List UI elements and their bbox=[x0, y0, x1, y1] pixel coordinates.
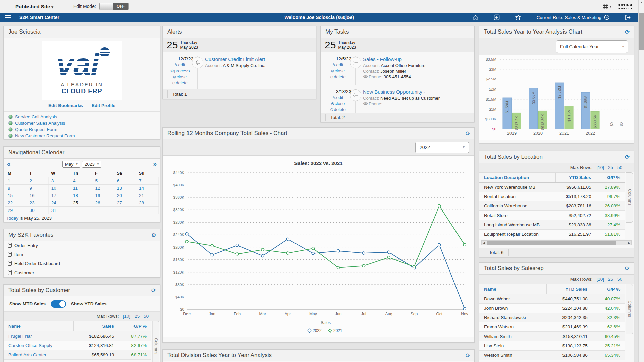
max-rows-option[interactable]: [10] bbox=[596, 277, 604, 282]
today-link[interactable]: Today bbox=[6, 216, 18, 221]
max-rows-option[interactable]: 50 bbox=[617, 165, 622, 170]
calendar-day-cell[interactable]: 21 bbox=[136, 192, 159, 199]
calendar-day-cell[interactable]: 8 bbox=[5, 185, 26, 192]
calendar-day-cell[interactable]: 16 bbox=[26, 192, 48, 199]
calendar-day-link[interactable]: 30 bbox=[29, 208, 34, 213]
calendar-day-cell[interactable]: 19 bbox=[92, 192, 114, 199]
table-h-scrollbar[interactable]: ◀ ▶ bbox=[481, 240, 632, 245]
mtd-ytd-toggle[interactable] bbox=[51, 300, 66, 308]
calendar-day-link[interactable]: 21 bbox=[139, 193, 144, 198]
calendar-day-link[interactable]: 3 bbox=[51, 178, 54, 183]
close-action-link[interactable]: ⊗close bbox=[331, 68, 345, 73]
column-header[interactable]: Sales bbox=[73, 321, 119, 331]
calendar-day-link[interactable]: 20 bbox=[117, 193, 122, 198]
calendar-day-cell[interactable]: 26 bbox=[92, 199, 114, 207]
profile-link[interactable]: New Customer Request Form bbox=[15, 133, 75, 138]
gear-icon[interactable]: ⚙ bbox=[151, 232, 156, 238]
calendar-year-select[interactable]: Full Calendar Year▿ bbox=[556, 40, 628, 53]
calendar-day-cell[interactable]: 29 bbox=[5, 207, 26, 214]
max-rows-option[interactable]: 50 bbox=[617, 277, 622, 282]
calendar-day-cell[interactable]: 23 bbox=[26, 199, 48, 207]
calendar-day-cell[interactable]: 15 bbox=[5, 192, 26, 199]
page-scrollbar[interactable]: ▲ bbox=[638, 0, 644, 362]
language-globe-menu[interactable]: ▾ bbox=[602, 3, 611, 10]
add-tab-button[interactable] bbox=[486, 13, 507, 22]
logout-button[interactable] bbox=[617, 13, 638, 22]
calendar-day-link[interactable]: 9 bbox=[29, 186, 32, 191]
max-rows-option[interactable]: 25 bbox=[135, 314, 140, 319]
profile-link[interactable]: Quote Request Form bbox=[15, 127, 57, 132]
calendar-day-cell[interactable]: 13 bbox=[114, 185, 136, 192]
close-action-link[interactable]: ⊗close bbox=[331, 101, 345, 106]
favorites-star-button[interactable] bbox=[507, 13, 529, 22]
calendar-day-cell[interactable]: 24 bbox=[48, 199, 70, 207]
calendar-day-link[interactable]: 19 bbox=[95, 193, 100, 198]
calendar-day-link[interactable]: 11 bbox=[73, 186, 78, 191]
column-header[interactable]: Name bbox=[479, 284, 547, 294]
profile-link[interactable]: Customer Sales Analysis bbox=[15, 121, 65, 126]
refresh-icon[interactable]: ⟳ bbox=[151, 287, 156, 294]
calendar-day-cell[interactable]: 17 bbox=[48, 192, 70, 199]
name-cell[interactable]: Frugal Friar bbox=[4, 331, 73, 341]
max-rows-option[interactable]: [10] bbox=[123, 314, 130, 319]
calendar-day-link[interactable]: 10 bbox=[51, 186, 56, 191]
calendar-day-link[interactable]: 17 bbox=[51, 193, 56, 198]
column-header[interactable]: G/P % bbox=[119, 321, 151, 331]
calendar-day-cell[interactable]: 20 bbox=[114, 192, 136, 199]
published-site-menu[interactable]: Published Site▾ bbox=[15, 4, 53, 9]
calendar-day-cell[interactable]: 6 bbox=[114, 177, 136, 185]
month-select[interactable]: May▾ bbox=[62, 161, 80, 168]
calendar-day-link[interactable]: 16 bbox=[29, 193, 34, 198]
delete-action-link[interactable]: ⊖delete bbox=[330, 107, 345, 112]
calendar-day-cell[interactable]: 3 bbox=[48, 177, 70, 185]
max-rows-option[interactable]: 25 bbox=[608, 277, 613, 282]
year-select[interactable]: 2023▾ bbox=[82, 161, 102, 168]
column-header[interactable]: YTD Sales bbox=[555, 173, 596, 183]
calendar-day-link[interactable]: 8 bbox=[8, 186, 10, 191]
calendar-day-link[interactable]: 5 bbox=[95, 178, 98, 183]
calendar-day-link[interactable]: 1 bbox=[8, 178, 10, 183]
edit-mode-toggle[interactable]: OFF bbox=[99, 3, 129, 10]
delete-action-link[interactable]: ⊖delete bbox=[172, 80, 187, 85]
columns-tab[interactable]: Columns bbox=[626, 284, 633, 334]
calendar-next-button[interactable]: » bbox=[153, 160, 157, 168]
scroll-up-arrow-icon[interactable]: ▲ bbox=[639, 1, 644, 4]
calendar-day-link[interactable]: 2 bbox=[29, 178, 32, 183]
calendar-day-link[interactable]: 18 bbox=[73, 193, 78, 198]
calendar-day-cell[interactable]: 22 bbox=[5, 199, 26, 207]
max-rows-option[interactable]: 25 bbox=[608, 165, 613, 170]
refresh-icon[interactable]: ⟳ bbox=[466, 130, 470, 137]
calendar-day-cell[interactable]: 10 bbox=[48, 185, 70, 192]
refresh-icon[interactable]: ⟳ bbox=[625, 265, 630, 272]
refresh-icon[interactable]: ⟳ bbox=[625, 28, 630, 36]
calendar-day-link[interactable]: 4 bbox=[73, 178, 76, 183]
calendar-day-link[interactable]: 29 bbox=[8, 208, 13, 213]
scrollbar-thumb[interactable] bbox=[487, 241, 616, 245]
calendar-day-link[interactable]: 23 bbox=[29, 200, 34, 205]
calendar-day-link[interactable]: 13 bbox=[117, 186, 122, 191]
close-action-link[interactable]: ⊗close bbox=[173, 74, 187, 79]
calendar-prev-button[interactable]: « bbox=[7, 160, 11, 168]
columns-tab[interactable]: Columns bbox=[626, 172, 633, 223]
calendar-day-cell[interactable]: 4 bbox=[70, 177, 92, 185]
favorite-item[interactable]: Item bbox=[4, 250, 160, 259]
max-rows-option[interactable]: [10] bbox=[596, 165, 604, 170]
calendar-day-link[interactable]: 28 bbox=[139, 200, 144, 205]
column-header[interactable]: Location Description bbox=[479, 173, 555, 183]
calendar-day-cell[interactable]: 14 bbox=[136, 185, 159, 192]
chart-year-select[interactable]: 2022▿ bbox=[415, 142, 469, 153]
calendar-day-link[interactable]: 26 bbox=[95, 200, 100, 205]
calendar-day-link[interactable]: 27 bbox=[117, 200, 122, 205]
delete-action-link[interactable]: ⊖delete bbox=[330, 74, 345, 79]
calendar-day-cell[interactable]: 31 bbox=[48, 207, 70, 214]
name-cell[interactable]: Carston Office Supply bbox=[4, 341, 73, 350]
calendar-day-cell[interactable]: 11 bbox=[70, 185, 92, 192]
columns-tab[interactable]: Columns bbox=[152, 321, 159, 362]
calendar-day-link[interactable]: 31 bbox=[51, 208, 56, 213]
scroll-right-arrow-icon[interactable]: ▶ bbox=[627, 241, 631, 245]
max-rows-option[interactable]: 50 bbox=[144, 314, 149, 319]
calendar-day-cell[interactable]: 9 bbox=[26, 185, 48, 192]
refresh-icon[interactable]: ⟳ bbox=[466, 352, 470, 359]
calendar-day-link[interactable]: 7 bbox=[139, 178, 142, 183]
calendar-day-cell[interactable]: 28 bbox=[136, 199, 159, 207]
